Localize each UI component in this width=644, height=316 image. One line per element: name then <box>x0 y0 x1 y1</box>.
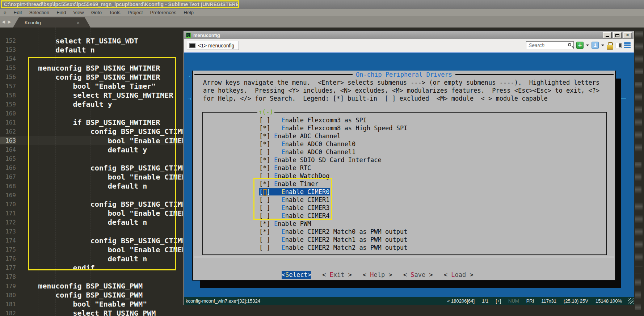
dialog-button[interactable]: <Select> <box>282 271 311 279</box>
menu-item-label: nable CIMER2 Match1 as PWM output <box>285 236 408 243</box>
menu-item-label: nable Flexcomm3 as SPI <box>285 117 367 124</box>
dialog-button[interactable]: < Load > <box>444 271 473 279</box>
tab-kconfig[interactable]: Kconfig × <box>13 17 91 28</box>
conemu-window: C menuconfig ✕ <1> menuconfig + 1 <box>183 30 634 305</box>
active-console-button[interactable]: 1 <box>592 42 599 49</box>
checkbox[interactable]: [*] <box>259 220 270 227</box>
help-line: Arrow keys navigate the menu. <Enter> se… <box>203 79 599 87</box>
menu-item-label: nable PWM <box>278 220 311 227</box>
menu-item-row[interactable]: [ ] Enable CIMER2 Match2 as PWM output <box>259 244 407 252</box>
new-console-button[interactable]: + <box>576 42 584 49</box>
menu-item-row[interactable]: [*] Enable ADC Channel <box>259 132 407 140</box>
line-number: 180 <box>0 292 16 299</box>
dialog-button[interactable]: < Save > <box>403 271 433 279</box>
line-number: 179 <box>0 283 16 290</box>
line-number: 152 <box>0 37 16 44</box>
minimap[interactable] <box>634 28 644 316</box>
dialog-button[interactable]: < Exit > <box>322 271 352 279</box>
checkbox[interactable]: [*] <box>259 164 270 172</box>
checkbox[interactable]: [ ] <box>259 148 270 156</box>
menu-icon[interactable] <box>624 42 631 48</box>
menu-item[interactable]: Project <box>124 10 146 15</box>
checkbox[interactable]: [ ] <box>259 117 270 124</box>
menu-item[interactable]: Tools <box>105 10 124 15</box>
menu-item-row[interactable]: [*] Enable RTC <box>259 164 407 172</box>
checkbox[interactable]: [*] <box>259 228 270 235</box>
line-number: 181 <box>0 301 16 308</box>
dialog-buttons: <Select>< Exit >< Help >< Save >< Load > <box>282 271 473 279</box>
screen: C:\nxp\rt-thread\bsp\lpc55sxx\lpc55s69_m… <box>0 0 644 316</box>
minimize-button[interactable] <box>603 32 612 38</box>
status-segment: PRI <box>526 298 534 304</box>
search-input[interactable] <box>526 42 573 49</box>
menuconfig-dialog: On-chip Peripheral Drivers Arrow keys na… <box>192 71 616 281</box>
console-list-dropdown-icon[interactable] <box>601 45 604 46</box>
checkbox[interactable]: [*] <box>259 125 270 132</box>
code-text: menuconfig BSP_USING_PWM <box>21 282 143 290</box>
checkbox[interactable]: [ ] <box>259 244 270 251</box>
menuconfig-console[interactable]: .config - RT-Thread Configuration → Hard… <box>184 52 634 297</box>
menu-item[interactable]: View <box>70 10 88 15</box>
checkbox[interactable]: [*] <box>259 132 270 140</box>
resize-grip[interactable] <box>628 298 634 304</box>
tab-close-icon[interactable]: × <box>76 20 80 26</box>
line-number: 158 <box>0 92 16 99</box>
status-segment: (25,18) 25V <box>564 298 588 304</box>
status-segment: 117x31 <box>541 298 556 304</box>
menu-item[interactable]: e <box>0 10 10 15</box>
menu-item[interactable]: Preferences <box>146 10 180 15</box>
menu-item-row[interactable]: [*] Enable CIMER2 Match0 as PWM output <box>259 228 407 236</box>
menu-item[interactable]: Help <box>180 10 197 15</box>
search-icon <box>568 43 571 46</box>
line-number: 177 <box>0 264 16 271</box>
close-button[interactable]: ✕ <box>623 32 632 38</box>
menu-item-label: nable RTC <box>278 164 311 172</box>
hotkey-letter: E <box>281 228 285 235</box>
code-text: select RT_USING_WDT <box>21 37 138 45</box>
dialog-button[interactable]: < Help > <box>363 271 392 279</box>
conemu-titlebar[interactable]: C menuconfig ✕ <box>184 31 634 39</box>
annotation-code-box <box>28 57 176 270</box>
status-segment: [+] <box>496 298 501 304</box>
menu-item-row[interactable]: [*] Enable SDIO SD Card Interface <box>259 156 407 164</box>
sublime-menubar: eEditSelectionFindViewGotoToolsProjectPr… <box>0 9 644 16</box>
line-number: 182 <box>0 310 16 316</box>
hotkey-letter: E <box>274 164 278 172</box>
hotkey-letter: E <box>274 220 278 227</box>
annotation-menu-box <box>253 178 332 220</box>
menu-item-row[interactable]: [*] Enable PWM <box>259 220 407 228</box>
dialog-title: On-chip Peripheral Drivers <box>353 71 455 79</box>
menu-item-row[interactable]: [ ] Enable CIMER2 Match1 as PWM output <box>259 236 407 244</box>
status-segment: 1/1 <box>482 298 488 304</box>
checkbox[interactable]: [*] <box>259 140 270 148</box>
menu-item-row[interactable]: [ ] Enable Flexcomm3 as SPI <box>259 116 407 124</box>
checkbox[interactable]: [ ] <box>259 236 270 243</box>
button-hotkey: H <box>370 271 374 278</box>
annotation-title-box: C:\nxp\rt-thread\bsp\lpc55sxx\lpc55s69_m… <box>1 0 239 8</box>
menu-item-row[interactable]: [*] Enable ADC0 Channel0 <box>259 140 407 148</box>
menu-item-row[interactable]: [*] Enable Flexcomm8 as High Speed SPI <box>259 124 407 132</box>
line-number: 166 <box>0 164 16 171</box>
button-hotkey: S <box>411 271 414 278</box>
maximize-button[interactable] <box>613 32 622 38</box>
menu-item-row[interactable]: [ ] Enable ADC0 Channel1 <box>259 148 407 156</box>
conemu-tab-menuconfig[interactable]: <1> menuconfig <box>187 41 239 50</box>
menu-item[interactable]: Find <box>53 10 70 15</box>
hotkey-letter: E <box>281 236 285 243</box>
conemu-tabbar: <1> menuconfig + 1 <box>184 39 634 52</box>
dialog-help-text: Arrow keys navigate the menu. <Enter> se… <box>203 79 599 102</box>
panes-icon[interactable] <box>615 43 622 48</box>
menu-item[interactable]: Goto <box>88 10 105 15</box>
maximize-icon <box>615 34 619 37</box>
hotkey-letter: E <box>274 156 278 164</box>
tab-scroll-arrows-icon[interactable]: ◀ ▶ <box>2 19 12 24</box>
new-console-dropdown-icon[interactable] <box>586 45 589 46</box>
menu-item[interactable]: Selection <box>26 10 53 15</box>
code-text: config BSP_USING_PWM <box>21 291 143 299</box>
menu-item-label: nable CIMER2 Match0 as PWM output <box>285 228 408 235</box>
checkbox[interactable]: [*] <box>259 156 270 164</box>
lock-icon[interactable] <box>607 42 613 49</box>
menu-item[interactable]: Edit <box>10 10 26 15</box>
line-number: 160 <box>0 110 16 117</box>
status-process: kconfig-mconf_win7.exe*[32]:15324 <box>184 298 447 304</box>
